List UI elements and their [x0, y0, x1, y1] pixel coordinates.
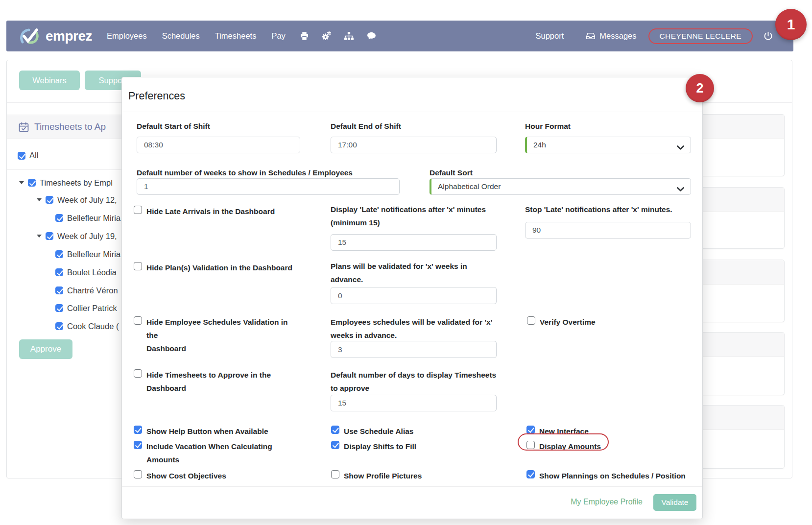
navbar-left: emprez Employees Schedules Timesheets Pa…: [6, 26, 536, 46]
tree-item-employee-group: Timesheets by Empl: [19, 177, 113, 188]
include-vacation-label: Include Vacation When Calculating Amount…: [146, 440, 272, 466]
tree-item-week: Week of July 12,: [37, 194, 117, 205]
tree-checkbox[interactable]: [55, 214, 63, 222]
verify-overtime-label: Verify Overtime: [540, 315, 596, 329]
modal-footer-divider: [122, 486, 702, 487]
hide-plans-label: Hide Plan(s) Validation in the Dashboard: [146, 261, 292, 274]
messages-label: Messages: [599, 31, 636, 41]
webinars-button[interactable]: Webinars: [19, 71, 80, 90]
panel-title: Timesheets to Ap: [34, 121, 106, 132]
navbar-right: Support Messages CHEYENNE LECLERE: [536, 28, 793, 44]
tree-checkbox[interactable]: [55, 286, 63, 294]
display-shifts-label: Display Shifts to Fill: [344, 440, 416, 453]
late-stop-label: Stop 'Late' notifications after 'x' minu…: [525, 203, 696, 216]
my-employee-profile-link[interactable]: My Employee Profile: [571, 498, 643, 506]
caret-down-icon[interactable]: [37, 198, 42, 201]
hide-ts-approve-checkbox[interactable]: [134, 369, 142, 378]
calendar-check-icon: [19, 122, 29, 132]
chevron-down-icon: [677, 185, 684, 193]
tree-checkbox[interactable]: [46, 232, 53, 240]
show-cost-checkbox[interactable]: [134, 470, 142, 478]
tree-item-label: Timesheets by Empl: [40, 178, 113, 188]
hide-late-checkbox[interactable]: [134, 206, 142, 214]
ts-days-label: Default number of days to display Timesh…: [331, 368, 502, 395]
show-plannings-checkbox[interactable]: [526, 470, 535, 478]
plans-weeks-label: Plans will be validated for 'x' weeks in…: [331, 260, 497, 286]
show-profile-row: Show Profile Pictures: [331, 469, 422, 482]
tree-checkbox[interactable]: [28, 179, 36, 187]
emp-sched-weeks-input[interactable]: 3: [331, 341, 497, 358]
default-sort-select[interactable]: Alphabetical Order: [430, 178, 691, 195]
navbar-quick-icons: [300, 31, 376, 41]
chat-icon[interactable]: [367, 32, 376, 40]
tree-checkbox[interactable]: [55, 250, 63, 258]
show-profile-checkbox[interactable]: [331, 470, 339, 478]
caret-down-icon[interactable]: [37, 235, 42, 238]
display-shifts-checkbox[interactable]: [331, 441, 339, 449]
display-shifts-row: Display Shifts to Fill: [331, 440, 416, 453]
show-profile-label: Show Profile Pictures: [344, 469, 422, 482]
printer-icon[interactable]: [300, 32, 309, 40]
tree-checkbox[interactable]: [46, 196, 53, 204]
nav-messages[interactable]: Messages: [586, 31, 636, 41]
approve-button[interactable]: Approve: [19, 339, 72, 359]
tree-item-employee: Bellefleur Miria: [55, 213, 120, 223]
show-plannings-row: Show Plannings on Schedules / Position: [526, 469, 686, 482]
show-help-label: Show Help Button when Available: [146, 425, 268, 438]
hide-plans-checkbox[interactable]: [134, 262, 142, 270]
hide-late-row: Hide Late Arrivals in the Dashboard: [134, 205, 295, 218]
nav-support[interactable]: Support: [536, 31, 564, 41]
tree-checkbox[interactable]: [55, 322, 63, 330]
plans-weeks-input[interactable]: 0: [331, 287, 497, 304]
ts-days-input[interactable]: 15: [331, 395, 497, 411]
show-cost-label: Show Cost Objectives: [146, 469, 226, 482]
brand-name[interactable]: emprez: [46, 28, 92, 44]
hide-emp-sched-checkbox[interactable]: [134, 316, 142, 325]
chevron-down-icon: [677, 143, 684, 152]
all-checkbox[interactable]: [18, 152, 25, 160]
hide-late-label: Hide Late Arrivals in the Dashboard: [146, 205, 275, 218]
nav-pay[interactable]: Pay: [271, 31, 285, 41]
verify-overtime-checkbox[interactable]: [527, 316, 535, 325]
nav-employees[interactable]: Employees: [107, 31, 147, 41]
tree-item-week: Week of July 19,: [37, 231, 117, 241]
validate-button[interactable]: Validate: [653, 494, 696, 511]
late-stop-input[interactable]: 90: [525, 222, 691, 239]
new-interface-checkbox[interactable]: [526, 426, 535, 434]
inbox-icon: [586, 32, 595, 40]
use-alias-row: Use Schedule Alias: [331, 425, 413, 438]
tree-item-employee: Collier Patrick: [55, 303, 117, 313]
tree-item-label: Collier Patrick: [67, 304, 117, 313]
sitemap-icon[interactable]: [344, 32, 354, 40]
user-menu[interactable]: CHEYENNE LECLERE: [648, 28, 753, 44]
cogs-icon[interactable]: [322, 31, 331, 41]
display-amounts-annotation-outline: [518, 433, 609, 451]
start-shift-label: Default Start of Shift: [137, 119, 210, 133]
tree-item-label: Chartré Véron: [67, 286, 118, 295]
hour-format-select[interactable]: 24h: [525, 137, 691, 153]
top-navbar: emprez Employees Schedules Timesheets Pa…: [6, 21, 793, 51]
tree-item-label: Cook Claude (: [67, 322, 119, 331]
tree-item-label: Bellefleur Miria: [67, 214, 120, 223]
start-shift-input[interactable]: 08:30: [137, 137, 300, 153]
late-after-input[interactable]: 15: [331, 234, 497, 251]
tree-checkbox[interactable]: [55, 268, 63, 276]
nav-timesheets[interactable]: Timesheets: [215, 31, 257, 41]
default-sort-label: Default Sort: [430, 166, 473, 179]
tree-item-label: Boulet Léodia: [67, 268, 117, 277]
modal-header-divider: [122, 112, 702, 112]
caret-down-icon[interactable]: [19, 181, 24, 184]
hide-plans-row: Hide Plan(s) Validation in the Dashboard: [134, 261, 295, 274]
use-alias-checkbox[interactable]: [331, 426, 339, 434]
hide-ts-approve-row: Hide Timesheets to Approve in the Dashbo…: [134, 368, 290, 395]
emprez-logo-icon[interactable]: [18, 26, 41, 46]
default-sort-value: Alphabetical Order: [438, 182, 501, 191]
tree-item-employee: Boulet Léodia: [55, 267, 117, 278]
nav-schedules[interactable]: Schedules: [162, 31, 200, 41]
show-help-checkbox[interactable]: [134, 426, 142, 434]
end-shift-input[interactable]: 17:00: [331, 137, 497, 153]
tree-checkbox[interactable]: [55, 304, 63, 312]
include-vacation-checkbox[interactable]: [134, 441, 142, 449]
power-icon[interactable]: [764, 31, 773, 41]
weeks-to-show-input[interactable]: 1: [137, 178, 400, 195]
